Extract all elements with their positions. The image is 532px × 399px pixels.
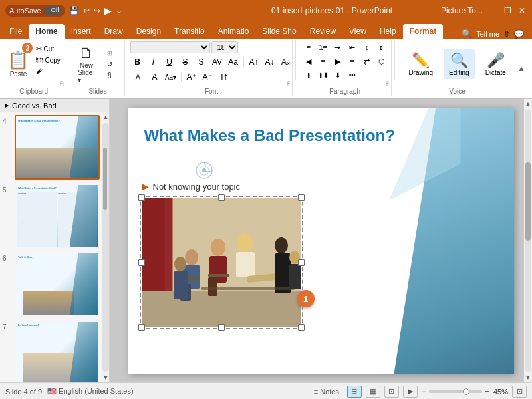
decrease-indent-button[interactable]: ⇥ <box>331 41 344 53</box>
autosave-badge[interactable]: AutoSave Off <box>5 5 65 17</box>
new-slide-button[interactable]: 🗋 New Slide ▾ <box>75 44 98 84</box>
share-icon[interactable]: ⇧ <box>503 29 510 39</box>
dictate-button[interactable]: 🎤 Dictate <box>480 49 511 79</box>
underline-button[interactable]: U <box>162 55 177 68</box>
canvas-scroll-down[interactable]: ▼ <box>524 373 532 382</box>
canvas-scrollbar[interactable]: ▲ ▼ <box>524 99 532 382</box>
bold-button[interactable]: B <box>130 55 145 68</box>
font-size-decrease-2[interactable]: A⁻ <box>200 70 215 84</box>
smart-art-button[interactable]: ⬡ <box>375 55 388 67</box>
align-bottom-button[interactable]: ⬇ <box>331 69 344 81</box>
handle-bottom-left[interactable] <box>138 324 145 331</box>
tab-draw[interactable]: Draw <box>98 24 130 39</box>
tab-help[interactable]: Help <box>373 24 403 39</box>
collapse-ribbon-icon[interactable]: ▲ <box>517 64 525 73</box>
tab-file[interactable]: File <box>3 24 29 39</box>
tab-view[interactable]: View <box>342 24 373 39</box>
close-btn[interactable]: ✕ <box>517 6 527 15</box>
cut-button[interactable]: ✂Cut <box>34 44 62 54</box>
zoom-minus-icon[interactable]: − <box>422 387 426 396</box>
autosave-toggle[interactable]: Off <box>44 6 61 15</box>
section-button[interactable]: § <box>99 70 120 80</box>
align-top-button[interactable]: ⬆ <box>302 69 315 81</box>
change-case-button[interactable]: Aa <box>226 55 241 68</box>
reading-view-button[interactable]: ⊡ <box>384 386 399 398</box>
slideshow-button[interactable]: ▶ <box>403 386 418 398</box>
clear-format-button[interactable]: Aₓ <box>279 55 293 68</box>
format-painter-button[interactable]: 🖌 <box>34 66 62 75</box>
handle-top-right[interactable] <box>298 194 305 201</box>
align-middle-button[interactable]: ⬆⬇ <box>317 69 330 81</box>
drawing-button[interactable]: ✏️ Drawing <box>403 49 438 79</box>
font-expand-icon[interactable]: ⎘ <box>287 80 291 87</box>
paragraph-expand-icon[interactable]: ⎘ <box>386 80 390 87</box>
align-right-button[interactable]: ▶ <box>331 55 344 67</box>
copy-button[interactable]: ⿻Copy <box>34 55 62 65</box>
handle-top-center[interactable] <box>218 194 225 201</box>
comments-icon[interactable]: 💬 <box>514 29 524 39</box>
tell-me-label[interactable]: Tell me <box>476 30 499 38</box>
panel-scroll-down[interactable]: ▼ <box>102 373 109 382</box>
text-shadow-button[interactable]: S <box>194 55 209 68</box>
handle-middle-left[interactable] <box>138 259 145 266</box>
selected-image-container[interactable]: 1 <box>142 198 301 327</box>
canvas-scroll-up[interactable]: ▲ <box>524 99 532 108</box>
slide-item-7[interactable]: 7 Do Your Homework <box>3 321 100 382</box>
fit-slide-button[interactable]: ⊡ <box>512 386 527 398</box>
layout-button[interactable]: ⊞ <box>99 48 120 58</box>
tab-format[interactable]: Format <box>403 24 444 39</box>
decrease-font-button[interactable]: A↓ <box>263 55 277 68</box>
notes-button[interactable]: ≡ Notes <box>310 386 343 397</box>
redo-icon[interactable]: ↪ <box>94 6 100 15</box>
zoom-thumb[interactable] <box>463 388 469 395</box>
canvas-scroll-thumb[interactable] <box>525 162 531 241</box>
panel-scrollbar[interactable]: ▲ ▼ <box>102 112 109 382</box>
tab-animations[interactable]: Animatio <box>211 24 256 39</box>
handle-middle-right[interactable] <box>298 259 305 266</box>
customize-icon[interactable]: ⌄ <box>116 6 122 15</box>
normal-view-button[interactable]: ⊞ <box>347 386 362 398</box>
reset-button[interactable]: ↺ <box>99 59 120 69</box>
slide-sorter-button[interactable]: ▦ <box>366 386 380 398</box>
font-color-button[interactable]: A <box>130 70 146 84</box>
strikethrough-button[interactable]: S <box>178 55 193 68</box>
save-icon[interactable]: 💾 <box>69 6 79 15</box>
handle-top-left[interactable] <box>138 194 145 201</box>
bullet-list-button[interactable]: ≡ <box>302 41 315 53</box>
align-left-button[interactable]: ◀ <box>302 55 315 67</box>
undo-icon[interactable]: ↩ <box>83 6 90 15</box>
text-more-btn[interactable]: ▪▪▪ <box>346 69 359 81</box>
slide-item-6[interactable]: 6 Talk in Story <box>3 252 100 317</box>
font-size-select[interactable]: 18 <box>211 41 238 53</box>
paste-button[interactable]: 📋 Paste 2 <box>5 44 31 84</box>
italic-button[interactable]: I <box>146 55 161 68</box>
present-icon[interactable]: ▶ <box>104 5 112 16</box>
editing-button[interactable]: 🔍 Editing <box>444 49 475 79</box>
clipboard-expand-icon[interactable]: ⎘ <box>60 80 63 87</box>
text-direction-button[interactable]: ⇄ <box>360 55 374 67</box>
transform-text-button[interactable]: Tf <box>216 70 231 84</box>
tab-design[interactable]: Design <box>130 24 168 39</box>
tab-home[interactable]: Home <box>29 24 64 39</box>
font-family-select[interactable] <box>130 41 210 53</box>
audience-image[interactable] <box>142 198 301 327</box>
numbered-list-button[interactable]: 1≡ <box>317 41 330 53</box>
zoom-track[interactable] <box>429 390 482 393</box>
tab-review[interactable]: Review <box>303 24 342 39</box>
maximize-btn[interactable]: ❐ <box>503 6 512 15</box>
line-spacing-button[interactable]: ↕ <box>360 41 374 53</box>
slide-thumb-4[interactable]: What Makes a Bad Presentation? <box>15 115 100 180</box>
increase-font-button[interactable]: A↑ <box>247 55 261 68</box>
font-size-increase-2[interactable]: A⁺ <box>184 70 199 84</box>
justify-button[interactable]: ≡ <box>346 55 359 67</box>
minimize-btn[interactable]: — <box>488 6 497 15</box>
panel-scroll-thumb[interactable] <box>103 148 107 210</box>
handle-bottom-center[interactable] <box>218 324 225 331</box>
align-center-button[interactable]: ≡ <box>317 55 330 67</box>
handle-bottom-right[interactable] <box>298 324 305 331</box>
tab-slideshow[interactable]: Slide Sho <box>255 24 303 39</box>
slide-thumb-7[interactable]: Do Your Homework <box>15 321 100 382</box>
columns-button[interactable]: ⫾ <box>375 41 388 53</box>
font-name-dropdown[interactable]: Aa▾ <box>164 70 178 84</box>
slide-item-4[interactable]: 4 What Makes a Bad Presentation? <box>3 115 100 180</box>
